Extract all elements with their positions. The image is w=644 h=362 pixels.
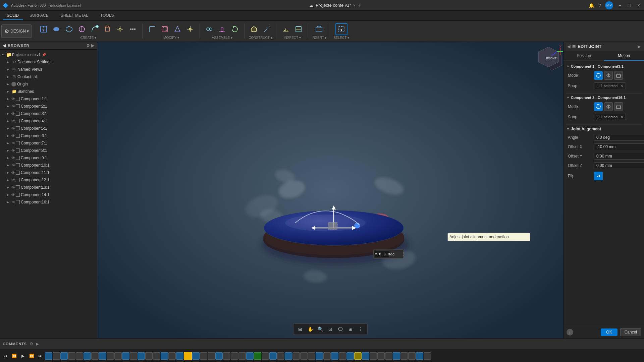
browser-item-component51[interactable]: ▶ 👁 Component5:1 bbox=[0, 125, 97, 132]
browser-item-component121[interactable]: ▶ 👁 Component12:1 bbox=[0, 176, 97, 184]
create-revolve-btn[interactable] bbox=[76, 23, 88, 35]
tab-surface[interactable]: SURFACE bbox=[24, 12, 54, 20]
eye-icon[interactable]: 👁 bbox=[11, 171, 15, 175]
timeline-item-36[interactable] bbox=[323, 352, 331, 360]
timeline-item-3[interactable] bbox=[68, 352, 75, 360]
notification-icon[interactable]: 🔔 bbox=[589, 3, 594, 8]
comp2-mode-slide-btn[interactable] bbox=[604, 102, 613, 111]
maximize-btn[interactable]: □ bbox=[627, 3, 632, 8]
timeline-item-42[interactable] bbox=[370, 352, 377, 360]
timeline-item-46[interactable] bbox=[400, 352, 408, 360]
modify-fillet-btn[interactable] bbox=[146, 23, 158, 35]
comp2-snap-clear[interactable]: ✕ bbox=[620, 115, 624, 119]
timeline-item-11[interactable] bbox=[130, 352, 137, 360]
eye-icon[interactable]: 👁 bbox=[11, 119, 15, 123]
timeline-item-24[interactable] bbox=[231, 352, 238, 360]
modify-move-btn[interactable] bbox=[184, 23, 196, 35]
close-btn[interactable]: × bbox=[636, 3, 641, 8]
timeline-item-40[interactable] bbox=[354, 352, 362, 360]
comp1-mode-rotate-btn[interactable] bbox=[594, 71, 603, 80]
create-extrude-btn[interactable] bbox=[63, 23, 75, 35]
viewport[interactable]: ≡ 0.0 deg ⋮ Adjust joint alignment and m… bbox=[97, 42, 564, 338]
modify-draft-btn[interactable] bbox=[171, 23, 183, 35]
timeline-item-34[interactable] bbox=[308, 352, 315, 360]
title-close-icon[interactable]: × bbox=[353, 3, 356, 8]
timeline-item-26[interactable] bbox=[246, 352, 254, 360]
construct-plane-btn[interactable] bbox=[248, 23, 260, 35]
tab-position[interactable]: Position bbox=[564, 51, 604, 61]
eye-icon[interactable]: 👁 bbox=[11, 97, 15, 101]
timeline-item-7[interactable] bbox=[99, 352, 106, 360]
timeline-item-38[interactable] bbox=[339, 352, 346, 360]
timeline-item-0[interactable] bbox=[45, 352, 52, 360]
viewcube[interactable]: Y Z FRONT bbox=[533, 45, 560, 72]
timeline-item-1[interactable] bbox=[53, 352, 60, 360]
root-pin-icon[interactable]: 📌 bbox=[42, 53, 46, 57]
browser-item-component101[interactable]: ▶ 👁 Component10:1 bbox=[0, 162, 97, 169]
eye-icon[interactable]: 👁 bbox=[11, 178, 15, 182]
timeline-item-23[interactable] bbox=[223, 352, 230, 360]
timeline-item-33[interactable] bbox=[300, 352, 308, 360]
info-icon[interactable]: i bbox=[567, 329, 573, 336]
timeline-item-13[interactable] bbox=[145, 352, 153, 360]
component2-header[interactable]: ▼ Component 2 - Component16:1 bbox=[566, 94, 642, 101]
browser-item-doc-settings[interactable]: ▶ ⚙ Document Settings bbox=[0, 58, 97, 66]
timeline-item-29[interactable] bbox=[269, 352, 277, 360]
tab-solid[interactable]: SOLID bbox=[3, 12, 23, 20]
timeline-item-25[interactable] bbox=[238, 352, 246, 360]
browser-item-component31[interactable]: ▶ 👁 Component3:1 bbox=[0, 110, 97, 117]
inspect-measure-btn[interactable] bbox=[280, 23, 292, 35]
help-icon[interactable]: ? bbox=[598, 3, 601, 8]
eye-icon[interactable]: 👁 bbox=[11, 185, 15, 189]
timeline-item-27[interactable] bbox=[254, 352, 261, 360]
timeline-item-5[interactable] bbox=[84, 352, 91, 360]
create-solid-btn[interactable] bbox=[50, 23, 62, 35]
viewport-fit-icon[interactable]: ⊡ bbox=[326, 324, 335, 334]
timeline-item-2[interactable] bbox=[60, 352, 68, 360]
browser-item-named-views[interactable]: ▶ 👁 Named Views bbox=[0, 66, 97, 73]
timeline-end-btn[interactable]: ⏭ bbox=[36, 352, 44, 360]
design-dropdown-btn[interactable]: ⚙ DESIGN ▾ bbox=[1, 24, 32, 38]
browser-item-component41[interactable]: ▶ 👁 Component4:1 bbox=[0, 117, 97, 125]
create-more-btn[interactable] bbox=[127, 23, 139, 35]
comp1-mode-slide-btn[interactable] bbox=[604, 71, 613, 80]
assemble-ground-btn[interactable] bbox=[216, 23, 228, 35]
viewport-grid-icon[interactable]: ⊞ bbox=[296, 324, 305, 334]
timeline-item-28[interactable] bbox=[262, 352, 269, 360]
inspect-section-btn[interactable] bbox=[292, 23, 305, 35]
timeline-item-48[interactable] bbox=[416, 352, 423, 360]
joint-alignment-header[interactable]: ▼ Joint Alignment bbox=[566, 125, 642, 133]
timeline-item-16[interactable] bbox=[168, 352, 176, 360]
browser-settings-icon[interactable]: ⚙ bbox=[86, 43, 90, 48]
timeline-item-14[interactable] bbox=[153, 352, 160, 360]
timeline-item-45[interactable] bbox=[393, 352, 400, 360]
viewport-pan-icon[interactable]: ✋ bbox=[306, 324, 315, 334]
timeline-start-btn[interactable]: ⏮ bbox=[1, 352, 9, 360]
timeline-item-44[interactable] bbox=[385, 352, 392, 360]
offset-y-input[interactable] bbox=[594, 153, 644, 160]
select-btn[interactable] bbox=[335, 23, 347, 35]
browser-item-component141[interactable]: ▶ 👁 Component14:1 bbox=[0, 191, 97, 198]
viewport-grid2-icon[interactable]: ⊞ bbox=[346, 324, 355, 334]
ok-button[interactable]: OK bbox=[601, 328, 617, 336]
angle-input[interactable] bbox=[594, 134, 644, 141]
timeline-item-4[interactable] bbox=[76, 352, 83, 360]
panel-expand-icon[interactable]: ▶ bbox=[638, 44, 641, 49]
browser-item-contact[interactable]: ▶ ⊞ Contact: all bbox=[0, 73, 97, 80]
timeline-item-22[interactable] bbox=[215, 352, 223, 360]
eye-icon[interactable]: 👁 bbox=[11, 148, 15, 153]
modify-shell-btn[interactable] bbox=[159, 23, 171, 35]
insert-canvas-btn[interactable] bbox=[313, 23, 325, 35]
browser-item-component131[interactable]: ▶ 👁 Component13:1 bbox=[0, 184, 97, 191]
browser-root[interactable]: ▼ 📁 Projecte conte v1 📌 bbox=[0, 51, 97, 58]
timeline-item-18[interactable] bbox=[184, 352, 192, 360]
create-move-btn[interactable] bbox=[114, 23, 126, 35]
offset-z-input[interactable] bbox=[594, 162, 644, 169]
viewport-more-icon[interactable]: ⋮ bbox=[356, 324, 365, 334]
tab-sheet-metal[interactable]: SHEET METAL bbox=[55, 12, 94, 20]
offset-x-input[interactable] bbox=[594, 143, 644, 150]
create-sketch-btn[interactable] bbox=[38, 23, 50, 35]
timeline-item-6[interactable] bbox=[91, 352, 99, 360]
tab-motion[interactable]: Motion bbox=[604, 51, 644, 61]
comments-expand-icon[interactable]: ▶ bbox=[36, 342, 39, 346]
